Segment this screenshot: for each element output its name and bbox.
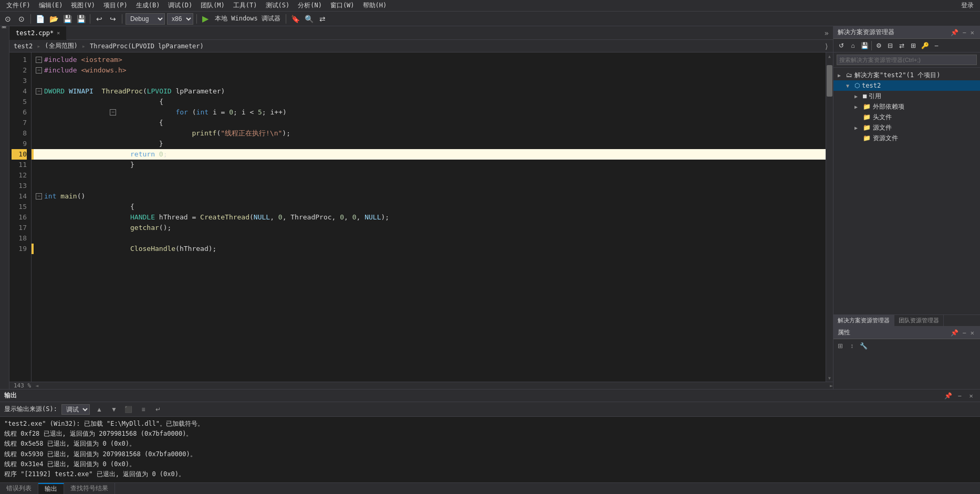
tree-resources[interactable]: ▶ 📁 资源文件 [833,133,980,143]
se-pin-button[interactable]: 📌 [949,29,960,36]
save-button[interactable]: 💾 [61,13,73,25]
line-num-19: 19 [12,244,27,254]
replace-button[interactable]: ⇄ [317,13,328,25]
collapse-1[interactable]: − [36,57,42,63]
output-line-2: 线程 0x5e58 已退出, 返回值为 0 (0x0)。 [4,439,976,449]
scroll-thumb[interactable] [827,65,832,97]
headers-icon: 📁 [863,113,871,121]
se-close-button2[interactable]: – [931,40,942,51]
h-scroll-track[interactable] [38,382,830,390]
references-arrow: ▶ [854,93,861,99]
forward-button[interactable]: ⊙ [16,13,27,25]
solution-search-input[interactable] [837,55,977,65]
menu-edit[interactable]: 编辑(E) [35,0,67,11]
open-button[interactable]: 📂 [48,13,59,25]
breadcrumb-function[interactable]: ThreadProc(LPVOID lpParameter) [90,43,204,50]
references-label: 引用 [869,92,881,101]
prop-minimize-button[interactable]: − [961,329,968,337]
breadcrumb-scope[interactable]: (全局范围) [45,41,77,50]
code-area[interactable]: − #include <iostream> − #include <window… [32,52,826,382]
output-tab-errors[interactable]: 错误列表 [0,483,38,494]
line-num-16: 16 [12,212,27,223]
tree-references[interactable]: ▶ ■ 引用 [833,91,980,101]
panel-header-controls: 📌 − ✕ [943,391,976,401]
prop-sort-button[interactable]: ↕ [847,341,857,351]
output-stop-button[interactable]: ⬛ [123,404,134,415]
redo-button[interactable]: ↪ [107,13,119,25]
menu-test[interactable]: 测试(S) [262,0,294,11]
tab-test2cpp[interactable]: test2.cpp* ✕ [9,26,67,40]
find-button[interactable]: 🔍 [303,13,315,25]
tab-close-button[interactable]: ✕ [57,30,60,36]
tab-label: test2.cpp* [16,29,54,37]
tab-overflow-button[interactable]: » [820,29,833,37]
back-button[interactable]: ⊙ [2,13,14,25]
se-tab-team-explorer[interactable]: 团队资源管理器 [894,315,944,326]
prop-pin-button[interactable]: 📌 [949,329,960,337]
login-button[interactable]: 登录 [957,0,978,11]
line-num-13: 13 [12,181,27,191]
bookmark-button[interactable]: 🔖 [289,13,301,25]
save-all-button[interactable]: 💾 [75,13,87,25]
zoom-indicator: 143 % [9,382,35,389]
output-tab-output[interactable]: 输出 [38,483,64,494]
menu-view[interactable]: 视图(V) [67,0,99,11]
menu-debug[interactable]: 调试(D) [164,0,196,11]
platform-dropdown[interactable]: x86 x64 [167,13,193,25]
se-close-button[interactable]: ✕ [969,29,976,36]
menu-window[interactable]: 窗口(W) [326,0,359,11]
se-properties-button[interactable]: 🔑 [919,40,931,51]
breadcrumb-scroll-button[interactable]: ⟩ [825,42,829,50]
se-refresh-button[interactable]: ↺ [836,40,847,51]
output-down-button[interactable]: ▼ [109,404,119,415]
tree-source-files[interactable]: ▶ 📁 源文件 [833,122,980,133]
editor-container[interactable]: 1 2 3 4 5 6 7 8 9 10 11 12 13 14 15 16 1… [9,52,833,382]
output-up-button[interactable]: ▲ [94,404,105,415]
menu-analyze[interactable]: 分析(N) [294,0,326,11]
output-tab-find-symbols[interactable]: 查找符号结果 [64,483,115,494]
se-settings-button[interactable]: ⚙ [873,40,884,51]
output-source-select[interactable]: 调试 生成 [61,404,90,415]
breadcrumb-file[interactable]: test2 [14,43,33,50]
scroll-track[interactable] [826,60,833,374]
menu-team[interactable]: 团队(M) [196,0,229,11]
run-button[interactable]: ▶ [200,14,211,24]
menu-tools[interactable]: 工具(T) [229,0,262,11]
output-clear-button[interactable]: ≡ [138,404,149,415]
se-home-button[interactable]: ⌂ [847,40,859,51]
se-collapse-all-button[interactable]: ⊞ [908,40,919,51]
collapse-2[interactable]: − [36,67,42,73]
line-num-4: 4 [12,86,27,97]
se-minimize-button[interactable]: − [961,29,968,36]
undo-button[interactable]: ↩ [93,13,105,25]
output-minimize-button[interactable]: − [955,391,964,401]
menu-file[interactable]: 文件(F) [2,0,35,11]
scroll-down-arrow[interactable]: ▼ [826,374,833,382]
output-wrap-button[interactable]: ↵ [153,404,163,415]
menu-help[interactable]: 帮助(H) [359,0,391,11]
tree-headers[interactable]: ▶ 📁 头文件 [833,112,980,122]
tree-project[interactable]: ▼ ⬡ test2 [833,80,980,91]
menu-items: 文件(F) 编辑(E) 视图(V) 项目(P) 生成(B) 调试(D) 团队(M… [2,0,391,11]
se-save-button[interactable]: 💾 [859,40,870,51]
se-sync-button[interactable]: ⇄ [896,40,908,51]
prop-wrench-button[interactable]: 🔧 [859,341,868,351]
menu-build[interactable]: 生成(B) [132,0,164,11]
code-line-12 [32,170,826,181]
prop-grid-button[interactable]: ⊞ [836,341,845,351]
se-filter-button[interactable]: ⊟ [884,40,896,51]
sidebar-tab-toolbox[interactable]: 工具箱 [0,28,9,37]
menu-project[interactable]: 项目(P) [99,0,132,11]
scroll-up-arrow[interactable]: ▲ [826,52,833,60]
prop-close-button[interactable]: ✕ [969,329,976,337]
output-close-button[interactable]: ✕ [966,391,976,401]
h-scrollbar[interactable]: 143 % ◄ ► [9,382,833,389]
new-file-button[interactable]: 📄 [34,13,46,25]
vertical-scrollbar[interactable]: ▲ ▼ [826,52,833,382]
tree-external-deps[interactable]: ▶ 📁 外部依赖项 [833,101,980,112]
output-pin-button[interactable]: 📌 [943,391,953,401]
tree-solution-root[interactable]: ▶ 🗂 解决方案"test2"(1 个项目) [833,70,980,80]
se-tab-solution-explorer[interactable]: 解决方案资源管理器 [833,315,894,326]
line-num-5: 5 [12,97,27,107]
config-dropdown[interactable]: Debug Release [126,13,165,25]
